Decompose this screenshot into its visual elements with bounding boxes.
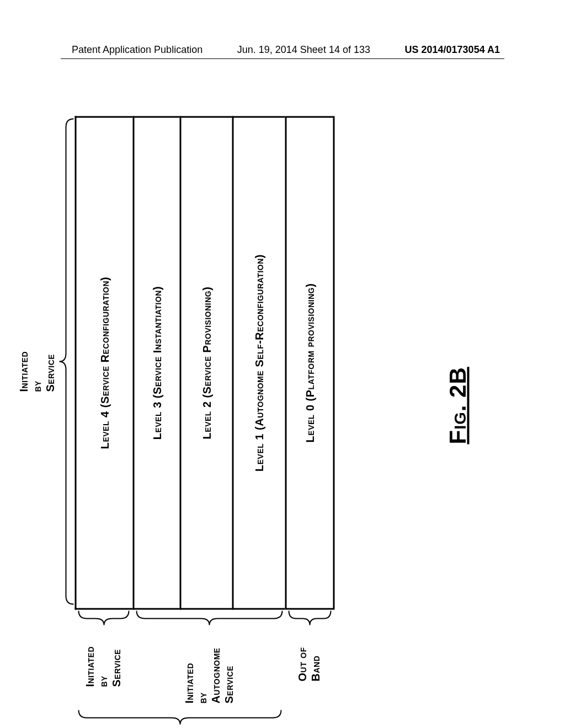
level-0-box: Level 0 (Platform provisioning) <box>285 116 335 609</box>
level-2-label: Level 2 (Service Provisioning) <box>200 286 213 439</box>
diagram-container: Level 4 (Service Reconfiguration) Level … <box>74 116 477 609</box>
bracket-initiated-service <box>58 116 75 607</box>
diagram-rotated: Level 4 (Service Reconfiguration) Level … <box>75 116 478 609</box>
figure-label: Fig. 2B <box>445 367 471 444</box>
level-3-label: Level 3 (Service Instantiation) <box>151 286 163 439</box>
bracket-service-label-redo: Initiated by Service <box>83 646 123 687</box>
level-4-box: Level 4 (Service Reconfiguration) <box>75 116 133 609</box>
levels-stack: Level 4 (Service Reconfiguration) Level … <box>75 116 335 609</box>
page-header: Patent Application Publication Jun. 19, … <box>0 44 565 56</box>
bracket-outofband-brace <box>286 609 334 626</box>
header-publication: Patent Application Publication <box>72 44 202 56</box>
bracket-autognome-brace <box>134 609 285 626</box>
bracket-initiated-autognome <box>136 116 152 607</box>
level-1-label: Level 1 (Autognome Self-Reconfiguration) <box>253 254 266 472</box>
bracket-autognome-label: Initiated by Autognome Service <box>183 647 236 703</box>
header-patent-number: US 2014/0173054 A1 <box>405 44 500 56</box>
level-1-box: Level 1 (Autognome Self-Reconfiguration) <box>232 116 285 609</box>
bracket-controlled-brace <box>76 709 284 725</box>
level-4-label: Level 4 (Service Reconfiguration) <box>98 276 111 449</box>
header-date-sheet: Jun. 19, 2014 Sheet 14 of 133 <box>237 44 370 56</box>
bracket-initiated-service-label: Initiated by Service <box>17 351 57 392</box>
bracket-service-brace <box>76 609 132 626</box>
level-2-box: Level 2 (Service Provisioning) <box>180 116 232 609</box>
level-0-label: Level 0 (Platform provisioning) <box>303 283 316 442</box>
bracket-outofband-label: Out of Band <box>296 647 322 681</box>
header-divider <box>61 58 504 59</box>
